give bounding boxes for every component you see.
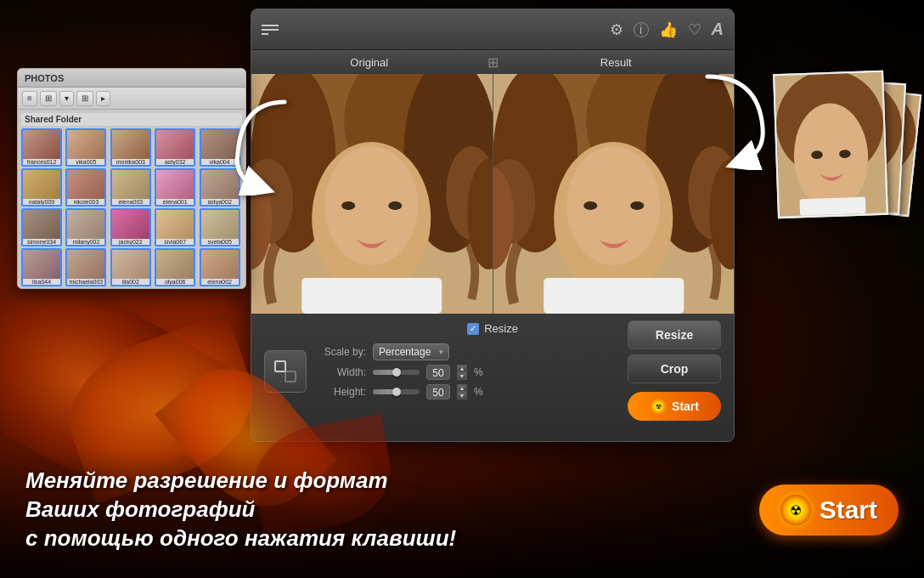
banner-line-3: с помощью одного нажатия клавиши! [25, 524, 759, 553]
start-cta-button[interactable]: ☢ Start [759, 484, 899, 536]
list-item[interactable]: nikole003 [65, 168, 106, 207]
view-label-bar: Original ⊞ Result [251, 50, 734, 74]
banner-text: Меняйте разрешение и формат Ваших фотогр… [25, 467, 759, 552]
list-item[interactable]: asty032 [155, 128, 195, 167]
photos-toolbar-btn-5[interactable]: ▸ [96, 91, 110, 106]
photos-toolbar-btn-3[interactable]: ▾ [59, 91, 74, 106]
original-label: Original [251, 56, 487, 69]
list-item[interactable]: astya002 [200, 168, 240, 207]
photos-toolbar-btn-1[interactable]: ≡ [22, 91, 37, 106]
folder-label: Shared Folder [21, 113, 242, 126]
photos-toolbar: ≡ ⊞ ▾ ⊞ ▸ [18, 88, 245, 110]
list-item[interactable]: sivia067 [155, 208, 195, 246]
photos-panel: PHOTOS ≡ ⊞ ▾ ⊞ ▸ Shared Folder frances01… [17, 68, 246, 289]
start-nuke-icon: ☢ [780, 495, 811, 525]
photos-toolbar-btn-2[interactable]: ⊞ [40, 91, 57, 106]
list-item[interactable]: michaela003 [65, 248, 106, 286]
start-cta-label: Start [820, 496, 877, 524]
list-item[interactable]: jacky022 [110, 208, 151, 246]
photos-body: Shared Folder frances012 vika005 monika0… [18, 110, 245, 289]
list-item[interactable]: milany002 [65, 208, 106, 246]
photos-titlebar: PHOTOS [18, 69, 245, 88]
preview-card-1 [773, 71, 888, 218]
list-item[interactable]: elena003 [110, 168, 151, 207]
photos-toolbar-btn-4[interactable]: ⊞ [76, 91, 93, 106]
list-item[interactable]: lila002 [110, 248, 151, 286]
list-item[interactable]: vika004 [200, 128, 240, 167]
preview-stack [775, 55, 911, 293]
list-item[interactable]: simone034 [21, 208, 62, 246]
list-item[interactable]: monika003 [110, 128, 151, 167]
list-item[interactable]: lisa044 [21, 248, 62, 286]
list-item[interactable]: elena001 [155, 168, 195, 207]
list-item[interactable]: elena002 [200, 248, 240, 286]
list-item[interactable]: sveta005 [200, 208, 240, 246]
list-item[interactable]: vika005 [65, 128, 106, 167]
bottom-banner: Меняйте разрешение и формат Ваших фотогр… [0, 450, 924, 578]
split-view-icon[interactable]: ⊞ [487, 54, 499, 71]
list-item[interactable]: olya006 [155, 248, 195, 286]
photo-grid: frances012 vika005 monika003 asty032 vik… [21, 128, 242, 286]
result-label: Result [499, 56, 735, 69]
svg-rect-48 [799, 197, 865, 216]
banner-line-2: Ваших фотографий [25, 496, 759, 524]
list-item[interactable]: frances012 [21, 128, 62, 167]
list-item[interactable]: nataly009 [21, 168, 62, 207]
preview-photo-1 [775, 72, 887, 217]
banner-line-1: Меняйте разрешение и формат [25, 467, 759, 496]
photos-title: PHOTOS [25, 73, 64, 83]
